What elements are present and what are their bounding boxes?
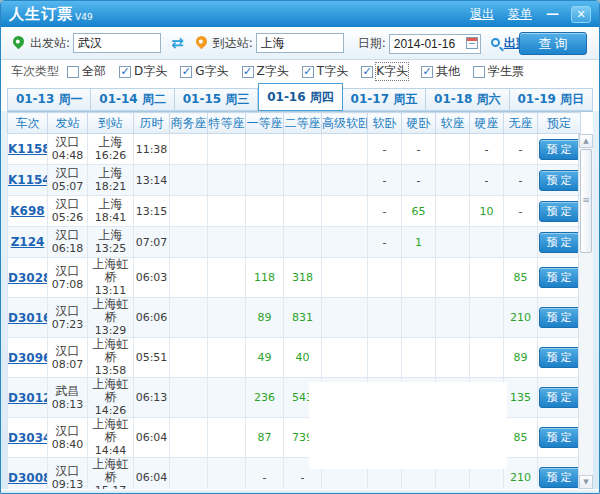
date-tab[interactable]: 01-17 周五 (343, 88, 426, 111)
seat-availability-cell: 318 (284, 258, 322, 298)
filter-checkbox[interactable]: ✓D字头 (119, 63, 167, 80)
checkbox-icon[interactable] (473, 66, 485, 78)
query-button[interactable]: 查询 (519, 32, 587, 55)
seat-availability-cell (208, 298, 246, 338)
checkbox-icon[interactable]: ✓ (242, 66, 254, 78)
checkbox-icon[interactable]: ✓ (119, 66, 131, 78)
book-button[interactable]: 预定 (539, 170, 580, 191)
duration-cell: 11:38 (134, 134, 170, 165)
departure-station-input[interactable] (73, 33, 161, 53)
date-tab[interactable]: 01-13 周一 (7, 88, 91, 111)
seat-availability-cell: 135 (504, 378, 538, 418)
filter-checkbox[interactable]: ✓K字头 (361, 63, 408, 80)
search-bar: 出发站: ⇄ 到达站: 日期: 出票时间查询 查询 (1, 27, 599, 60)
train-number-link[interactable]: D3028 (8, 271, 48, 285)
arrival-station-input[interactable] (256, 33, 344, 53)
duration-cell: 13:15 (134, 196, 170, 227)
train-number-cell: K1154 (8, 165, 48, 196)
checkbox-label: Z字头 (257, 63, 289, 80)
filter-checkbox[interactable]: ✓T字头 (302, 63, 348, 80)
departure-pin-icon (11, 33, 27, 49)
seat-availability-cell (402, 258, 436, 298)
seat-availability-cell (322, 298, 368, 338)
book-button[interactable]: 预定 (539, 267, 580, 288)
calendar-icon[interactable] (466, 37, 478, 49)
search-icon (491, 38, 500, 47)
checkbox-icon[interactable]: ✓ (302, 66, 314, 78)
date-field (389, 33, 481, 54)
seat-availability-cell: 87 (246, 418, 284, 458)
train-number-link[interactable]: K1158 (8, 142, 48, 156)
scrollbar-thumb[interactable]: ≡ (580, 149, 592, 253)
book-button[interactable]: 预定 (539, 139, 580, 160)
scroll-down-button[interactable]: ▼ (579, 475, 593, 489)
station-time: 18:41 (88, 211, 133, 224)
checkbox-icon[interactable]: ✓ (361, 66, 373, 78)
seat-availability-cell (170, 378, 208, 418)
vertical-scrollbar[interactable]: ▲ ≡ ▼ (578, 134, 593, 489)
station-name: 上海虹桥 (88, 258, 133, 284)
seat-availability-cell (436, 227, 470, 258)
filter-checkbox[interactable]: 全部 (67, 63, 106, 80)
book-button[interactable]: 预定 (539, 467, 580, 488)
column-header: 软座 (436, 113, 470, 134)
minimize-button[interactable]: — (546, 9, 559, 19)
train-number-cell: D3012 (8, 378, 48, 418)
train-number-link[interactable]: D3008 (8, 471, 48, 485)
train-number-cell: D3016 (8, 298, 48, 338)
column-header: 特等座 (208, 113, 246, 134)
seat-availability-cell (470, 227, 504, 258)
book-button[interactable]: 预定 (539, 232, 580, 253)
title-bar: 人生订票 V49 退出 菜单 — ✕ (1, 1, 599, 27)
train-number-link[interactable]: D3016 (8, 311, 48, 325)
train-number-link[interactable]: Z124 (11, 235, 45, 249)
date-tab[interactable]: 01-14 周二 (91, 88, 174, 111)
station-name: 上海 (88, 198, 133, 211)
checkbox-icon[interactable]: ✓ (180, 66, 192, 78)
book-cell: 预定 (538, 196, 581, 227)
train-number-link[interactable]: K1154 (8, 173, 48, 187)
seat-availability-cell (284, 227, 322, 258)
train-number-link[interactable]: D3034 (8, 431, 48, 445)
app-title: 人生订票 (9, 5, 73, 24)
date-tab[interactable]: 01-19 周日 (510, 88, 593, 111)
station-name: 汉口 (48, 305, 87, 318)
date-tab[interactable]: 01-18 周六 (426, 88, 509, 111)
seat-availability-cell: 1 (402, 227, 436, 258)
book-button[interactable]: 预定 (539, 201, 580, 222)
scroll-up-button[interactable]: ▲ (579, 134, 593, 148)
date-tab-active[interactable]: 01-16 周四 (258, 83, 342, 111)
duration-cell: 13:14 (134, 165, 170, 196)
book-button[interactable]: 预定 (539, 387, 580, 408)
logout-link[interactable]: 退出 (470, 6, 494, 23)
train-number-link[interactable]: K698 (10, 204, 44, 218)
checkbox-label: 全部 (82, 63, 106, 80)
filter-checkbox[interactable]: ✓G字头 (180, 63, 228, 80)
render-artifact-overlay (309, 382, 507, 469)
station-name: 上海虹桥 (88, 378, 133, 404)
departure-station-cell: 汉口09:13 (48, 458, 88, 490)
station-name: 汉口 (48, 229, 87, 242)
book-button[interactable]: 预定 (539, 427, 580, 448)
book-cell: 预定 (538, 298, 581, 338)
book-cell: 预定 (538, 378, 581, 418)
close-button[interactable]: ✕ (571, 6, 591, 23)
book-button[interactable]: 预定 (539, 307, 580, 328)
swap-stations-icon[interactable]: ⇄ (171, 34, 184, 52)
train-number-link[interactable]: D3012 (8, 391, 48, 405)
menu-link[interactable]: 菜单 (508, 6, 532, 23)
column-header: 发站 (48, 113, 88, 134)
date-tab[interactable]: 01-15 周三 (175, 88, 258, 111)
arrival-station-cell: 上海13:25 (88, 227, 134, 258)
station-time: 05:07 (48, 180, 87, 193)
checkbox-label: K字头 (376, 63, 408, 80)
seat-availability-cell (284, 196, 322, 227)
checkbox-icon[interactable] (67, 66, 79, 78)
book-button[interactable]: 预定 (539, 347, 580, 368)
filter-checkbox[interactable]: ✓其他 (421, 63, 460, 80)
column-header: 高级软卧 (322, 113, 368, 134)
checkbox-icon[interactable]: ✓ (421, 66, 433, 78)
filter-checkbox[interactable]: 学生票 (473, 63, 524, 80)
train-number-link[interactable]: D3096 (8, 351, 48, 365)
filter-checkbox[interactable]: ✓Z字头 (242, 63, 289, 80)
